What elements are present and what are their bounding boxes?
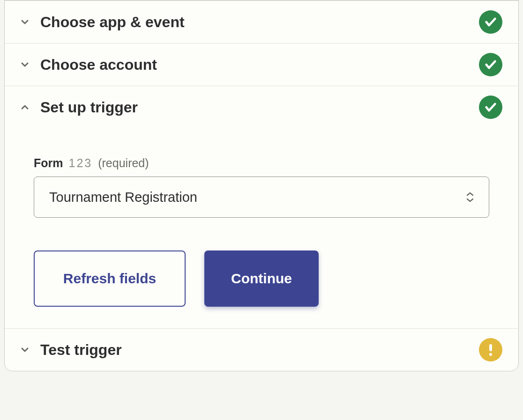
section-test-trigger[interactable]: Test trigger [5,328,518,371]
svg-point-1 [489,353,492,356]
section-title: Test trigger [40,341,470,359]
form-select-value: Tournament Registration [49,190,197,205]
svg-rect-0 [489,344,492,351]
section-choose-account[interactable]: Choose account [5,43,518,86]
chevron-up-icon [19,101,31,113]
section-title: Choose account [40,56,470,74]
section-title: Choose app & event [40,14,470,31]
button-row: Refresh fields Continue [34,251,489,307]
form-select[interactable]: Tournament Registration [34,177,489,218]
form-field-label: Form [34,156,63,170]
setup-trigger-body: Form 123 (required) Tournament Registrat… [5,128,518,328]
section-title: Set up trigger [40,99,470,116]
chevron-down-icon [19,59,31,71]
status-success-icon [479,53,502,76]
continue-button[interactable]: Continue [204,251,319,307]
section-choose-app-event[interactable]: Choose app & event [5,0,518,43]
chevron-down-icon [19,344,31,356]
status-warning-icon [479,338,502,361]
trigger-setup-panel: Choose app & event Choose account Set up… [4,0,519,371]
refresh-fields-button[interactable]: Refresh fields [34,251,186,307]
select-caret-icon [464,192,476,202]
form-field-label-row: Form 123 (required) [34,156,489,170]
section-setup-trigger[interactable]: Set up trigger [5,86,518,128]
form-field-required: (required) [98,156,149,170]
chevron-down-icon [19,16,31,28]
status-success-icon [479,10,502,34]
form-field-hint: 123 [69,156,93,170]
status-success-icon [479,96,502,119]
